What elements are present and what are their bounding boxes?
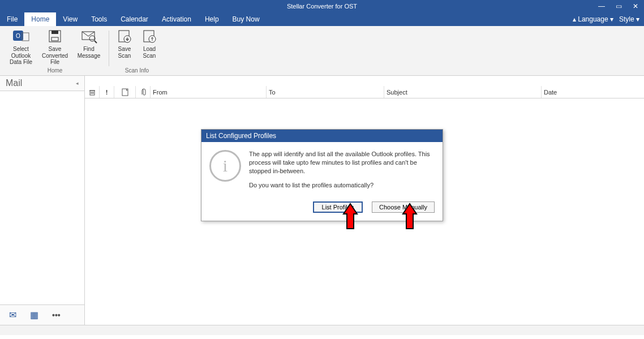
load-scan-button[interactable]: Load Scan (139, 28, 160, 59)
svg-line-8 (95, 41, 97, 43)
calendar-nav-icon[interactable]: ▦ (30, 310, 38, 320)
dialog-line2: Do you want to list the profiles automat… (249, 181, 435, 190)
tab-tools[interactable]: Tools (84, 12, 114, 26)
save-converted-file-button[interactable]: Save Converted File (40, 28, 70, 66)
sidebar-title: Mail (6, 78, 22, 88)
save-scan-button[interactable]: Save Scan (114, 28, 135, 59)
status-bar (0, 325, 644, 335)
app-title: Stellar Converter for OST (287, 3, 357, 10)
dialog-text: The app will identify and list all the a… (249, 150, 435, 195)
item-type-column-icon[interactable] (114, 86, 136, 98)
sidebar-tree (0, 91, 84, 304)
tab-home[interactable]: Home (24, 12, 56, 26)
column-to[interactable]: To (267, 86, 384, 98)
sidebar-header: Mail ◂ (0, 76, 84, 91)
ribbon-group-scaninfo: Save Scan Load Scan Scan Info (111, 28, 162, 75)
sidebar: Mail ◂ ✉ ▦ ••• (0, 76, 85, 325)
column-subject[interactable]: Subject (384, 86, 542, 98)
tab-calendar[interactable]: Calendar (114, 12, 155, 26)
tab-file[interactable]: File (0, 12, 24, 26)
minimize-button[interactable]: — (593, 0, 610, 12)
collapse-sidebar-icon[interactable]: ◂ (76, 80, 79, 86)
mail-nav-icon[interactable]: ✉ (9, 310, 16, 320)
find-message-button[interactable]: Find Message (74, 28, 104, 66)
dialog-title: List Configured Profiles (201, 130, 443, 142)
ribbon: O Select Outlook Data File Save Converte… (0, 26, 644, 76)
annotation-arrow-right (402, 203, 418, 231)
delete-column-icon[interactable] (85, 86, 100, 98)
svg-text:O: O (16, 33, 20, 39)
title-bar: Stellar Converter for OST — ▭ ✕ (0, 0, 644, 12)
ribbon-group-home: O Select Outlook Data File Save Converte… (3, 28, 106, 75)
tab-view[interactable]: View (56, 12, 84, 26)
column-headers-row: ! From To Subject Date (85, 86, 644, 98)
dialog-line1: The app will identify and list all the a… (249, 150, 435, 175)
ribbon-group-label-home: Home (48, 67, 63, 75)
annotation-arrow-left (342, 203, 358, 231)
more-nav-icon[interactable]: ••• (52, 311, 61, 320)
attachment-column-icon[interactable] (136, 86, 151, 98)
info-icon: i (209, 150, 241, 182)
style-dropdown[interactable]: Style ▾ (619, 15, 639, 23)
svg-rect-4 (51, 31, 58, 34)
find-message-icon (80, 28, 98, 44)
menu-bar: File Home View Tools Calendar Activation… (0, 12, 644, 26)
tab-activation[interactable]: Activation (155, 12, 198, 26)
load-scan-icon (141, 28, 157, 44)
importance-column-icon[interactable]: ! (100, 86, 114, 98)
column-from[interactable]: From (151, 86, 267, 98)
column-date[interactable]: Date (542, 86, 644, 98)
save-file-icon (46, 28, 64, 44)
tab-help[interactable]: Help (198, 12, 226, 26)
restore-button[interactable]: ▭ (610, 0, 627, 12)
ribbon-group-label-scaninfo: Scan Info (125, 67, 149, 75)
language-dropdown[interactable]: ▴ Language ▾ (573, 15, 613, 23)
outlook-file-icon: O (12, 28, 30, 44)
close-button[interactable]: ✕ (627, 0, 644, 12)
tab-buynow[interactable]: Buy Now (226, 12, 267, 26)
save-scan-icon (117, 28, 132, 44)
svg-rect-5 (51, 37, 58, 41)
select-outlook-data-file-button[interactable]: O Select Outlook Data File (6, 28, 36, 66)
